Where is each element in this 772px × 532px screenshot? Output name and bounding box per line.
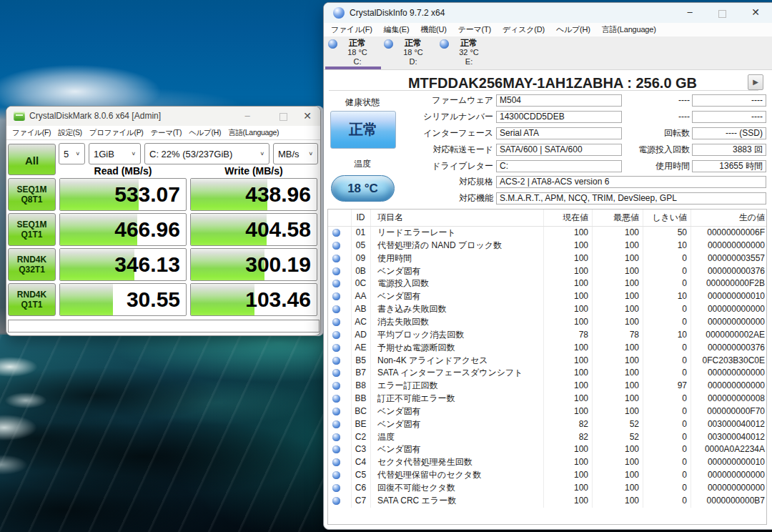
write-result-cell[interactable]: 300.19	[190, 248, 317, 281]
attribute-status-orb-icon	[332, 357, 340, 365]
smart-row[interactable]: AE予期せぬ電源断回数1001000000000000376	[328, 342, 766, 355]
read-result-cell[interactable]: 30.55	[59, 283, 187, 316]
diskmark-maximize-button[interactable]	[279, 113, 287, 121]
smart-row[interactable]: AB書き込み失敗回数1001000000000000000	[328, 303, 766, 316]
next-drive-button[interactable]: ▶	[748, 74, 763, 90]
write-value: 438.96	[245, 179, 311, 210]
read-result-cell[interactable]: 466.96	[59, 213, 187, 246]
diskinfo-menu-item[interactable]: ディスク(D)	[497, 24, 550, 35]
test-label-button[interactable]: SEQ1MQ1T1	[8, 213, 56, 246]
smart-header-wor[interactable]: 最悪値	[592, 210, 639, 226]
attribute-status-orb-icon	[332, 280, 340, 287]
smart-cell-raw: 000000000000	[691, 316, 765, 329]
smart-row[interactable]: 01リードエラーレート1001005000000000006F	[328, 227, 766, 240]
diskmark-menu-item[interactable]: 設定(S)	[54, 128, 86, 138]
write-result-cell[interactable]: 103.46	[190, 283, 317, 316]
test-size-select[interactable]: 1GiB∨	[89, 143, 141, 164]
diskinfo-menu-item[interactable]: 編集(E)	[378, 24, 415, 35]
smart-cell-id: 0B	[351, 265, 370, 278]
diskmark-menu-item[interactable]: テーマ(T)	[147, 128, 186, 138]
diskmark-close-button[interactable]: ✕	[297, 107, 317, 126]
smart-row[interactable]: C4セクタ代替処理発生回数1001000000000000010	[328, 456, 766, 469]
smart-row[interactable]: BB訂正不可能エラー数1001000000000000008	[328, 393, 766, 405]
smart-row[interactable]: C2温度82520003000040012	[328, 431, 766, 444]
diskmark-menubar: ファイル(F)設定(S)プロファイル(P)テーマ(T)ヘルプ(H)言語(Lang…	[6, 126, 320, 140]
unit-select[interactable]: MB/s∨	[273, 143, 318, 164]
target-drive-select[interactable]: C: 22% (53/237GiB)∨	[144, 143, 269, 164]
smart-header-cur[interactable]: 現在値	[543, 210, 588, 226]
diskinfo-titlebar[interactable]: CrystalDiskInfo 9.7.2 x64 – ✕	[324, 3, 772, 23]
smart-row[interactable]: B7SATA インターフェースダウンシフト1001000000000000000	[328, 367, 766, 380]
smart-header-id[interactable]: ID	[351, 210, 370, 226]
diskinfo-close-button[interactable]: ✕	[746, 3, 766, 23]
smart-header-name[interactable]: 項目名	[377, 210, 403, 226]
smart-cell-name: Non-4K アラインドアクセス	[377, 355, 488, 368]
diskmark-all-button[interactable]: All	[8, 144, 56, 175]
smart-row[interactable]: BCベンダ固有1001000000000000F70	[328, 405, 766, 418]
smart-row[interactable]: 0Bベンダ固有1001000000000000376	[328, 265, 766, 278]
diskinfo-menu-item[interactable]: ファイル(F)	[325, 24, 378, 35]
test-label-line2: Q1T1	[9, 230, 55, 240]
smart-row[interactable]: 05代替処理済の NAND ブロック数10010010000000000000	[328, 240, 766, 252]
drive-tab-D[interactable]: 正常18 °CD:	[381, 36, 437, 69]
diskmark-menu-item[interactable]: ファイル(F)	[9, 128, 54, 138]
smart-row[interactable]: C6回復不可能セクタ数1001000000000000000	[328, 482, 766, 495]
diskinfo-minimize-button[interactable]: –	[680, 3, 700, 23]
field-label: ドライブレター	[324, 161, 493, 172]
smart-cell-raw: 000000000F2B	[691, 277, 765, 290]
read-result-cell[interactable]: 346.13	[59, 248, 187, 281]
write-result-cell[interactable]: 438.96	[190, 178, 317, 211]
attribute-status-orb-icon	[332, 395, 340, 403]
smart-cell-id: B8	[351, 380, 370, 393]
test-label-button[interactable]: RND4KQ1T1	[8, 283, 56, 316]
smart-cell-raw: 000000000010	[691, 290, 765, 303]
write-result-cell[interactable]: 404.58	[190, 213, 317, 246]
drive-tab-C[interactable]: 正常18 °CC:	[325, 36, 381, 69]
smart-cell-raw: 003000040012	[691, 431, 765, 444]
diskinfo-menu-item[interactable]: 言語(Language)	[596, 24, 662, 35]
smart-row[interactable]: C3ベンダ固有10010000000A0A2234A	[328, 443, 766, 456]
smart-cell-name: 予期せぬ電源断回数	[377, 342, 455, 355]
chevron-down-icon: ∨	[75, 151, 80, 157]
smart-row[interactable]: B5Non-4K アラインドアクセス10010000FC203B30C0E	[328, 355, 766, 368]
diskmark-comment-box[interactable]	[8, 320, 320, 332]
smart-row[interactable]: AC消去失敗回数1001000000000000000	[328, 316, 766, 329]
drive-tab-E[interactable]: 正常32 °CE:	[437, 36, 493, 69]
test-label-button[interactable]: SEQ1MQ8T1	[8, 178, 56, 211]
diskinfo-menu-item[interactable]: ヘルプ(H)	[550, 24, 596, 35]
smart-cell-wor: 100	[592, 227, 639, 240]
smart-cell-thr: 0	[643, 482, 687, 495]
smart-cell-name: ベンダ固有	[377, 265, 421, 278]
smart-row[interactable]: B8エラー訂正回数10010097000000000000	[328, 380, 766, 393]
combo-value: 1GiB	[94, 149, 114, 159]
smart-row[interactable]: AD平均ブロック消去回数7878100000000002AE	[328, 329, 766, 342]
diskinfo-menu-item[interactable]: 機能(U)	[415, 24, 452, 35]
test-label-button[interactable]: RND4KQ32T1	[8, 248, 56, 281]
diskmark-menu-item[interactable]: プロファイル(P)	[86, 128, 147, 138]
smart-cell-name: SATA CRC エラー数	[377, 495, 456, 508]
smart-row[interactable]: 0C電源投入回数1001000000000000F2B	[328, 277, 766, 290]
smart-row[interactable]: C7SATA CRC エラー数10010000000000000B7	[328, 495, 766, 508]
smart-cell-cur: 100	[543, 380, 588, 393]
smart-row[interactable]: AAベンダ固有10010010000000000010	[328, 290, 766, 303]
test-count-select[interactable]: 5∨	[59, 143, 85, 164]
smart-cell-raw: 00000000006F	[691, 227, 765, 240]
smart-row[interactable]: 09使用時間1001000000000003557	[328, 252, 766, 265]
smart-row[interactable]: C5代替処理保留中のセクタ数1001000000000000000	[328, 469, 766, 482]
smart-header-thr[interactable]: しきい値	[643, 210, 687, 226]
diskinfo-maximize-button[interactable]	[718, 10, 726, 18]
diskinfo-menu-item[interactable]: テーマ(T)	[452, 24, 497, 35]
smart-cell-wor: 100	[592, 482, 639, 495]
diskmark-menu-item[interactable]: 言語(Language)	[224, 128, 282, 138]
smart-row[interactable]: BEベンダ固有82520003000040012	[328, 418, 766, 431]
diskmark-titlebar[interactable]: CrystalDiskMark 8.0.6 x64 [Admin] – ✕	[6, 107, 320, 126]
diskmark-menu-item[interactable]: ヘルプ(H)	[185, 128, 224, 138]
field-label: 電源投入回数	[538, 144, 690, 155]
read-result-cell[interactable]: 533.07	[59, 178, 187, 211]
drive-tab-temp: 32 °C	[445, 48, 493, 56]
smart-header-raw[interactable]: 生の値	[691, 210, 765, 226]
field-value-box: ----	[692, 111, 766, 123]
field-label: ファームウェア	[324, 95, 493, 106]
diskmark-minimize-button[interactable]: –	[237, 107, 257, 126]
chevron-down-icon: ∨	[308, 151, 313, 157]
